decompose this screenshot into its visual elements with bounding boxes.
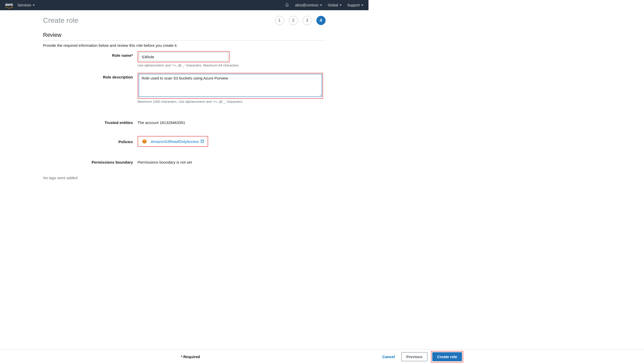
role-description-control bbox=[138, 73, 326, 99]
nav-region-label: Global bbox=[328, 3, 338, 7]
step-3[interactable]: 3 bbox=[303, 16, 312, 25]
section-title: Review bbox=[43, 32, 326, 41]
policy-name: AmazonS3ReadOnlyAccess bbox=[151, 139, 199, 144]
policy-link[interactable]: AmazonS3ReadOnlyAccess bbox=[151, 139, 204, 144]
nav-user[interactable]: alice@contoso bbox=[295, 3, 322, 7]
aws-logo[interactable]: aws bbox=[5, 2, 13, 8]
aws-logo-text: aws bbox=[5, 2, 13, 7]
trusted-entities-row: Trusted entities The account 18132846339… bbox=[43, 118, 326, 125]
policy-highlight: AmazonS3ReadOnlyAccess bbox=[138, 136, 208, 147]
policies-label: Policies bbox=[43, 136, 138, 144]
permissions-boundary-row: Permissions boundary Permissions boundar… bbox=[43, 158, 326, 164]
role-name-row: Role name* bbox=[43, 51, 326, 62]
trusted-entities-value: The account 181328463391 bbox=[138, 118, 326, 125]
instruction-text: Provide the required information below a… bbox=[43, 43, 326, 48]
policy-cube-icon bbox=[142, 139, 147, 144]
role-description-label: Role description bbox=[43, 73, 138, 79]
policies-row: Policies AmazonS3ReadOnlyAccess bbox=[43, 136, 326, 147]
review-form: Role name* Use alphanumeric and '+=,.@-_… bbox=[43, 51, 326, 180]
role-name-control bbox=[138, 51, 326, 62]
caret-down-icon bbox=[340, 5, 342, 6]
role-description-highlight bbox=[138, 73, 323, 99]
step-1[interactable]: 1 bbox=[275, 16, 284, 25]
aws-smile-icon bbox=[5, 7, 13, 9]
no-tags-message: No tags were added. bbox=[43, 176, 326, 180]
nav-support-label: Support bbox=[347, 3, 360, 7]
step-2[interactable]: 2 bbox=[289, 16, 298, 25]
caret-down-icon bbox=[320, 5, 322, 6]
bell-icon[interactable] bbox=[285, 3, 289, 7]
nav-user-label: alice@contoso bbox=[295, 3, 318, 7]
nav-right: alice@contoso Global Support bbox=[285, 3, 363, 7]
role-description-hint: Maximum 1000 characters. Use alphanumeri… bbox=[138, 100, 326, 104]
top-nav: aws Services alice@contoso Global Suppor… bbox=[0, 0, 368, 10]
role-description-input[interactable] bbox=[139, 74, 322, 97]
permissions-boundary-label: Permissions boundary bbox=[43, 158, 138, 164]
nav-services-label: Services bbox=[18, 3, 31, 7]
permissions-boundary-value: Permissions boundary is not set bbox=[138, 158, 326, 164]
caret-down-icon bbox=[361, 5, 363, 6]
nav-services[interactable]: Services bbox=[18, 3, 35, 7]
role-name-input[interactable] bbox=[139, 52, 228, 61]
nav-left: aws Services bbox=[5, 2, 35, 8]
external-link-icon bbox=[200, 140, 204, 143]
role-name-hint: Use alphanumeric and '+=,.@-_' character… bbox=[138, 63, 326, 67]
policies-control: AmazonS3ReadOnlyAccess bbox=[138, 136, 326, 147]
caret-down-icon bbox=[33, 5, 35, 6]
page-title: Create role bbox=[43, 16, 79, 25]
step-indicator: 1 2 3 4 bbox=[275, 16, 326, 25]
role-description-row: Role description bbox=[43, 73, 326, 99]
nav-region[interactable]: Global bbox=[328, 3, 341, 7]
trusted-entities-label: Trusted entities bbox=[43, 118, 138, 125]
role-name-highlight bbox=[138, 51, 230, 62]
header-row: Create role 1 2 3 4 bbox=[43, 16, 326, 25]
step-4[interactable]: 4 bbox=[316, 16, 326, 25]
role-name-label: Role name* bbox=[43, 51, 138, 58]
nav-support[interactable]: Support bbox=[347, 3, 363, 7]
main-content: Create role 1 2 3 4 Review Provide the r… bbox=[43, 10, 326, 180]
